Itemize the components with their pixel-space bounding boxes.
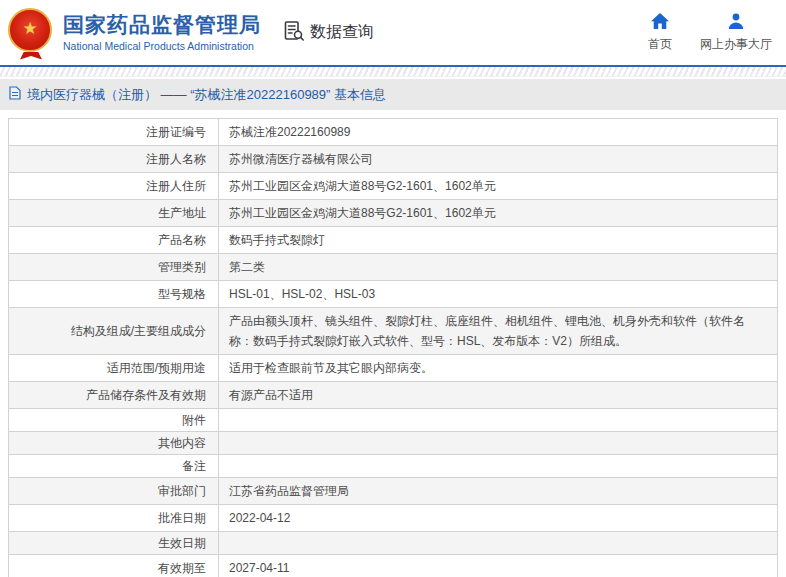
field-label: 管理类别: [9, 254, 219, 281]
field-label: 审批部门: [9, 478, 219, 505]
field-value: [219, 455, 778, 478]
table-row: 注册人名称苏州微清医疗器械有限公司: [9, 146, 778, 173]
field-label: 批准日期: [9, 505, 219, 532]
emblem-ribbon: [20, 52, 42, 60]
emblem-circle: ★: [8, 8, 52, 52]
table-row: 产品名称数码手持式裂隙灯: [9, 227, 778, 254]
table-row: 管理类别第二类: [9, 254, 778, 281]
field-label: 注册人住所: [9, 173, 219, 200]
document-icon: [9, 86, 21, 103]
table-row: 产品储存条件及有效期有源产品不适用: [9, 382, 778, 409]
data-query-label: 数据查询: [310, 22, 374, 43]
table-row: 结构及组成/主要组成成分产品由额头顶杆、镜头组件、裂隙灯柱、底座组件、相机组件、…: [9, 308, 778, 355]
star-icon: ★: [22, 20, 37, 37]
field-value: 2022-04-12: [219, 505, 778, 532]
table-row: 生产地址苏州工业园区金鸡湖大道88号G2-1601、1602单元: [9, 200, 778, 227]
field-label: 适用范围/预期用途: [9, 355, 219, 382]
field-label: 产品名称: [9, 227, 219, 254]
field-value: 苏州工业园区金鸡湖大道88号G2-1601、1602单元: [219, 173, 778, 200]
hatch-stripe-band: [0, 67, 786, 77]
field-value: 有源产品不适用: [219, 382, 778, 409]
field-label: 附件: [9, 409, 219, 432]
nav-home-label: 首页: [648, 36, 672, 53]
table-row: 备注: [9, 455, 778, 478]
table-row: 有效期至2027-04-11: [9, 555, 778, 577]
field-value: 苏州微清医疗器械有限公司: [219, 146, 778, 173]
user-icon: [727, 13, 745, 32]
field-value: 苏州工业园区金鸡湖大道88号G2-1601、1602单元: [219, 200, 778, 227]
home-icon: [651, 13, 669, 32]
table-row: 适用范围/预期用途适用于检查眼前节及其它眼内部病变。: [9, 355, 778, 382]
field-label: 有效期至: [9, 555, 219, 577]
field-value: 2027-04-11: [219, 555, 778, 577]
table-row: 其他内容: [9, 432, 778, 455]
nmpa-emblem-logo: ★: [8, 8, 54, 60]
site-header: ★ 国家药品监督管理局 National Medical Products Ad…: [0, 0, 786, 65]
field-label: 型号规格: [9, 281, 219, 308]
table-row: 注册人住所苏州工业园区金鸡湖大道88号G2-1601、1602单元: [9, 173, 778, 200]
field-label: 生效日期: [9, 532, 219, 555]
field-value: 适用于检查眼前节及其它眼内部病变。: [219, 355, 778, 382]
field-value: 第二类: [219, 254, 778, 281]
nav-service-hall-label: 网上办事大厅: [700, 36, 772, 53]
field-label: 其他内容: [9, 432, 219, 455]
org-titles: 国家药品监督管理局 National Medical Products Admi…: [63, 13, 261, 51]
data-query-section: 数据查询: [283, 20, 374, 46]
org-name-zh: 国家药品监督管理局: [63, 13, 261, 37]
breadcrumb: 境内医疗器械（注册） —— “苏械注准20222160989” 基本信息: [27, 86, 386, 104]
table-row: 附件: [9, 409, 778, 432]
nav-home[interactable]: 首页: [648, 13, 672, 53]
field-value: HSL-01、HSL-02、HSL-03: [219, 281, 778, 308]
field-value: [219, 432, 778, 455]
table-row: 生效日期: [9, 532, 778, 555]
nav-service-hall[interactable]: 网上办事大厅: [700, 13, 772, 53]
field-label: 生产地址: [9, 200, 219, 227]
top-nav: 首页 网上办事大厅: [648, 13, 772, 53]
table-row: 批准日期2022-04-12: [9, 505, 778, 532]
field-value: 苏械注准20222160989: [219, 119, 778, 146]
field-label: 注册人名称: [9, 146, 219, 173]
table-row: 注册证编号苏械注准20222160989: [9, 119, 778, 146]
field-label: 备注: [9, 455, 219, 478]
detail-table: 注册证编号苏械注准20222160989注册人名称苏州微清医疗器械有限公司注册人…: [8, 118, 778, 577]
table-row: 型号规格HSL-01、HSL-02、HSL-03: [9, 281, 778, 308]
field-label: 结构及组成/主要组成成分: [9, 308, 219, 355]
field-value: [219, 409, 778, 432]
org-name-en: National Medical Products Administration: [63, 40, 261, 52]
field-value: 数码手持式裂隙灯: [219, 227, 778, 254]
breadcrumb-bar: 境内医疗器械（注册） —— “苏械注准20222160989” 基本信息: [0, 79, 786, 110]
field-label: 产品储存条件及有效期: [9, 382, 219, 409]
field-label: 注册证编号: [9, 119, 219, 146]
page: ★ 国家药品监督管理局 National Medical Products Ad…: [0, 0, 786, 577]
table-row: 审批部门江苏省药品监督管理局: [9, 478, 778, 505]
field-value: [219, 532, 778, 555]
document-search-icon: [283, 20, 305, 46]
field-value: 产品由额头顶杆、镜头组件、裂隙灯柱、底座组件、相机组件、锂电池、机身外壳和软件（…: [219, 308, 778, 355]
detail-table-body: 注册证编号苏械注准20222160989注册人名称苏州微清医疗器械有限公司注册人…: [9, 119, 778, 577]
field-value: 江苏省药品监督管理局: [219, 478, 778, 505]
